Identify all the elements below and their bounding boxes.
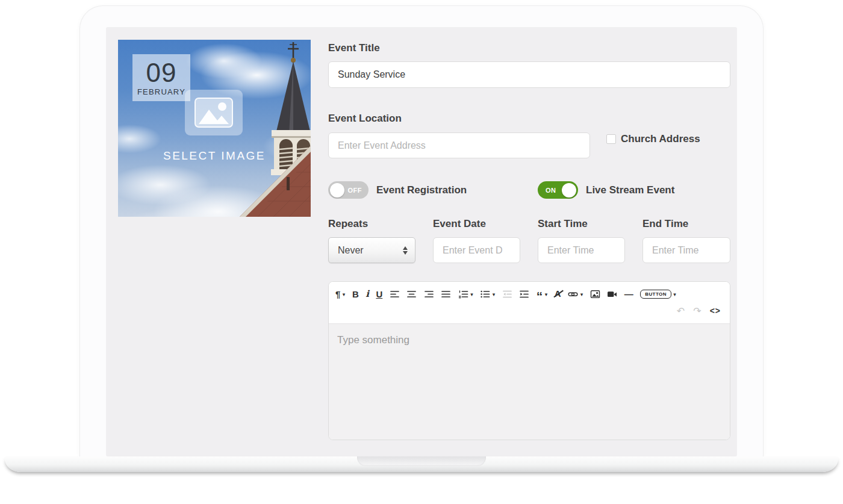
live-stream-toggle[interactable]: ON [538,181,578,199]
insert-image-button[interactable] [590,289,600,299]
align-right-button[interactable] [424,289,434,299]
event-location-label: Event Location [328,113,402,125]
horizontal-line-button[interactable]: — [624,289,633,299]
align-center-icon [406,289,417,299]
paragraph-format-button[interactable]: ¶▾ [335,289,345,299]
event-date-badge: 09 FEBRUARY [132,54,190,101]
event-image-picker[interactable]: 09 FEBRUARY SELECT IMAGE [118,40,311,217]
bold-icon: B [352,289,359,299]
toggle-state-label: OFF [348,187,362,194]
start-time-input[interactable] [538,237,625,263]
event-date-label: Event Date [433,218,486,230]
clear-formatting-icon: A [555,288,561,299]
laptop-base-notch [357,456,486,466]
select-image-label[interactable]: SELECT IMAGE [118,149,311,163]
event-registration-toggle[interactable]: OFF [328,181,369,199]
outdent-button[interactable] [502,289,512,299]
event-registration-row: OFF Event Registration [328,181,467,199]
insert-link-button[interactable]: ▾ [568,289,583,299]
end-time-label: End Time [642,218,688,230]
align-left-button[interactable] [390,289,400,299]
laptop-screen: 09 FEBRUARY SELECT IMAGE Event Title Eve… [106,27,737,456]
align-right-icon [424,289,434,299]
laptop-mockup: 09 FEBRUARY SELECT IMAGE Event Title Eve… [0,0,843,504]
church-address-checkbox[interactable] [606,134,616,144]
date-day: 09 [146,60,177,86]
paragraph-format-icon: ¶ [335,289,340,299]
undo-button[interactable]: ↶ [677,306,685,316]
undo-icon: ↶ [677,306,685,316]
unordered-list-icon [480,289,490,299]
indent-button[interactable] [519,289,529,299]
end-time-input[interactable] [642,237,730,263]
rich-text-editor: ¶▾BiU▾▾“▾A▾—BUTTON▾ ↶↷<> Type something [328,281,730,440]
toggle-knob [562,183,576,198]
insert-button-icon: BUTTON [640,290,671,299]
event-registration-label: Event Registration [376,184,467,196]
toolbar-row-1: ¶▾BiU▾▾“▾A▾—BUTTON▾ [335,286,723,302]
code-view-icon: <> [710,306,721,316]
align-justify-icon [441,289,451,299]
editor-content[interactable]: Type something [329,324,730,440]
toggle-knob [330,183,344,198]
redo-icon: ↷ [693,306,701,316]
italic-button[interactable]: i [366,289,369,299]
laptop-base [5,456,838,472]
editor-toolbar: ¶▾BiU▾▾“▾A▾—BUTTON▾ ↶↷<> [329,282,730,323]
align-center-button[interactable] [406,289,417,299]
chevron-down-icon: ▾ [470,291,473,297]
date-month: FEBRUARY [137,87,185,96]
church-address-row: Church Address [606,133,700,145]
toolbar-row-2: ↶↷<> [335,302,723,321]
ordered-list-button[interactable]: ▾ [458,289,473,299]
insert-image-icon [590,289,600,299]
event-title-label: Event Title [328,42,380,54]
chevron-down-icon: ▾ [493,291,496,297]
event-date-input[interactable] [433,237,520,263]
chevron-down-icon: ▾ [580,291,583,297]
laptop-screen-shell: 09 FEBRUARY SELECT IMAGE Event Title Eve… [80,6,763,456]
chevron-down-icon: ▾ [545,291,548,297]
unordered-list-button[interactable]: ▾ [480,289,495,299]
horizontal-line-icon: — [624,289,633,299]
event-location-input[interactable] [328,132,590,158]
code-view-button[interactable]: <> [710,306,721,316]
ordered-list-icon [458,289,468,299]
insert-video-button[interactable] [607,289,617,299]
live-stream-label: Live Stream Event [586,184,674,196]
clear-formatting-button[interactable]: A [555,288,561,299]
bold-button[interactable]: B [352,289,359,299]
chevron-down-icon: ▾ [673,291,676,297]
chevron-down-icon: ▾ [343,291,346,297]
outdent-icon [502,289,512,299]
underline-button[interactable]: U [376,289,382,299]
insert-video-icon [607,289,617,299]
underline-icon: U [376,289,382,299]
insert-button-button[interactable]: BUTTON▾ [640,290,676,299]
redo-button[interactable]: ↷ [693,306,701,316]
quote-button[interactable]: “▾ [537,291,548,297]
insert-link-icon [568,289,578,299]
select-arrows-icon [403,246,408,255]
start-time-label: Start Time [538,218,588,230]
image-placeholder-icon[interactable] [185,90,243,135]
indent-icon [519,289,529,299]
church-address-label: Church Address [621,133,700,145]
event-title-input[interactable] [328,61,730,88]
toggle-state-label: ON [546,187,556,194]
repeats-select[interactable]: Never [328,237,415,263]
align-left-icon [390,289,400,299]
repeats-label: Repeats [328,218,368,230]
repeats-select-value: Never [338,245,364,256]
italic-icon: i [366,289,369,299]
align-justify-button[interactable] [441,289,451,299]
live-stream-row: ON Live Stream Event [538,181,674,199]
quote-icon: “ [537,291,543,297]
